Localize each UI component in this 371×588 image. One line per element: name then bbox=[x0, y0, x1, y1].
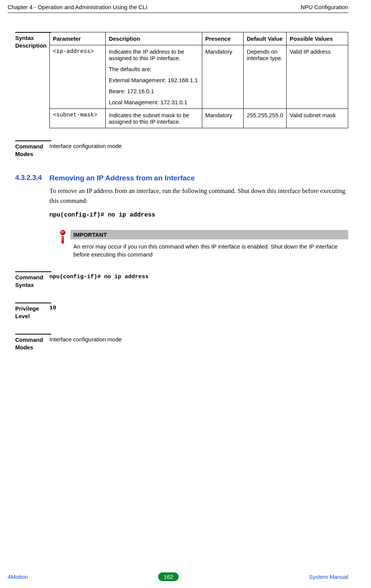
header-topic: NPU Configuration bbox=[301, 4, 348, 10]
th-parameter: Parameter bbox=[50, 32, 106, 45]
section-number: 4.3.2.3.4 bbox=[15, 174, 42, 182]
command-syntax-label: Command Syntax bbox=[15, 274, 51, 289]
cell-description: Indicates the IP address to be assigned … bbox=[106, 45, 202, 109]
command-modes-value: Interface configuration mode bbox=[49, 336, 348, 343]
th-possible-values: Possible Values bbox=[287, 32, 348, 45]
command-modes-value: Interface configuration mode bbox=[49, 143, 348, 149]
side-rule bbox=[15, 32, 51, 33]
header-rule bbox=[8, 13, 348, 13]
cell-presence: Mandatory bbox=[202, 109, 244, 128]
important-icon bbox=[59, 230, 67, 245]
page-header: Chapter 4 - Operation and Administration… bbox=[8, 4, 348, 13]
syntax-description-label: Syntax Description bbox=[15, 34, 51, 50]
section-command: npu(config-if)# no ip address bbox=[49, 212, 348, 218]
important-box: IMPORTANT An error may occur if you run … bbox=[70, 230, 348, 258]
cell-parameter: <subnet-mask> bbox=[50, 109, 106, 128]
side-rule bbox=[15, 140, 51, 141]
desc-paragraph: Indicates the IP address to be assigned … bbox=[109, 48, 199, 61]
table-header-row: Parameter Description Presence Default V… bbox=[50, 32, 348, 45]
page-number-pill: 162 bbox=[158, 572, 178, 581]
desc-paragraph: Beare: 172.16.0.1 bbox=[109, 88, 199, 94]
section-title: Removing an IP Address from an Interface bbox=[49, 174, 348, 182]
section-body: To remove an IP address from an interfac… bbox=[49, 186, 348, 206]
desc-paragraph: Local Management: 172.31.0.1 bbox=[109, 99, 199, 105]
th-presence: Presence bbox=[202, 32, 244, 45]
cell-parameter: <ip-address> bbox=[50, 45, 106, 109]
parameter-table: Parameter Description Presence Default V… bbox=[49, 32, 348, 128]
header-chapter: Chapter 4 - Operation and Administration… bbox=[8, 4, 147, 10]
command-modes-label: Command Modes bbox=[15, 336, 51, 352]
cell-possible: Valid IP address bbox=[287, 45, 348, 109]
page-footer: 4Motion 162 System Manual bbox=[8, 572, 348, 581]
th-description: Description bbox=[106, 32, 202, 45]
footer-left: 4Motion bbox=[8, 574, 28, 580]
th-default-value: Default Value bbox=[244, 32, 287, 45]
table-row: <subnet-mask> Indicates the subnet mask … bbox=[50, 109, 348, 128]
table-row: <ip-address> Indicates the IP address to… bbox=[50, 45, 348, 109]
desc-paragraph: The defaults are: bbox=[109, 66, 199, 72]
important-body: An error may occur if you run this comma… bbox=[70, 239, 348, 258]
cell-possible: Valid subnet mask bbox=[287, 109, 348, 128]
cell-description: Indicates the subnet mask to be assigned… bbox=[106, 109, 202, 128]
privilege-level-label: Privilege Level bbox=[15, 305, 51, 320]
side-rule bbox=[15, 334, 51, 335]
cell-default: Depends on interface type. bbox=[244, 45, 287, 109]
important-heading: IMPORTANT bbox=[70, 230, 348, 239]
side-rule bbox=[15, 271, 51, 272]
privilege-level-value: 10 bbox=[49, 305, 348, 311]
command-modes-label: Command Modes bbox=[15, 143, 51, 158]
command-syntax-value: npu(config-if)# no ip address bbox=[49, 274, 348, 280]
footer-right: System Manual bbox=[309, 574, 348, 580]
cell-presence: Mandatory bbox=[202, 45, 244, 109]
side-rule bbox=[15, 303, 51, 303]
cell-default: 255.255.255.0 bbox=[244, 109, 287, 128]
desc-paragraph: External Management: 192.168.1.1 bbox=[109, 77, 199, 83]
